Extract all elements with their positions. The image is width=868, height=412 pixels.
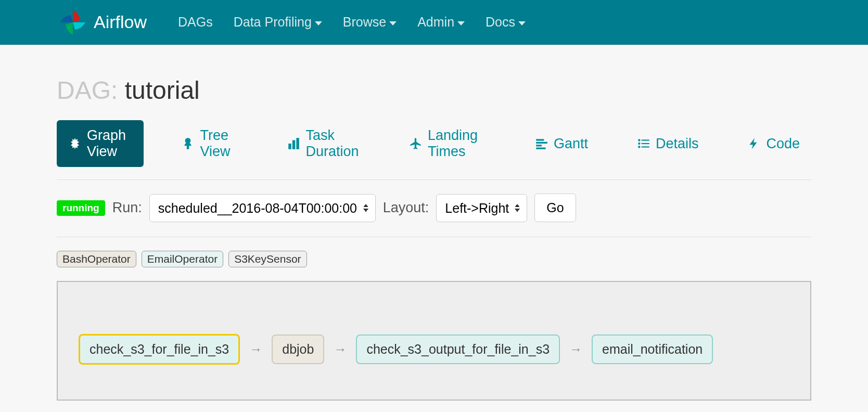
tab-code[interactable]: Code xyxy=(736,128,811,159)
svg-rect-2 xyxy=(297,138,299,149)
svg-rect-8 xyxy=(642,139,649,140)
arrow-icon: → xyxy=(249,342,262,357)
tab-task-duration[interactable]: Task Duration xyxy=(275,120,372,167)
brand-text: Airflow xyxy=(94,12,147,32)
tab-gantt[interactable]: Gantt xyxy=(524,128,599,159)
page-title: DAG: tutorial xyxy=(57,76,811,105)
gantt-icon xyxy=(535,137,548,150)
chevron-down-icon xyxy=(518,21,526,25)
task-node-check-s3-for-file-in-s3[interactable]: check_s3_for_file_in_s3 xyxy=(79,334,240,365)
tab-graph-view[interactable]: Graph View xyxy=(57,120,144,167)
list-icon xyxy=(637,137,650,150)
nav-docs[interactable]: Docs xyxy=(486,15,526,30)
legend-bash-operator[interactable]: BashOperator xyxy=(57,251,136,267)
airflow-logo-icon xyxy=(57,7,88,38)
layout-label: Layout: xyxy=(383,200,429,216)
svg-rect-12 xyxy=(642,146,649,147)
bolt-icon xyxy=(747,137,761,150)
operator-legend: BashOperator EmailOperator S3KeySensor xyxy=(57,251,811,267)
plane-icon xyxy=(409,137,423,150)
task-node-email-notification[interactable]: email_notification xyxy=(592,334,713,364)
run-select[interactable]: scheduled__2016-08-04T00:00:00 xyxy=(149,194,376,222)
tab-bar: Graph View Tree View Task Duration Landi… xyxy=(57,120,811,180)
svg-rect-3 xyxy=(536,139,544,140)
main-container: DAG: tutorial Graph View Tree View Task … xyxy=(57,45,811,401)
tab-details[interactable]: Details xyxy=(626,128,710,159)
legend-s3-key-sensor[interactable]: S3KeySensor xyxy=(228,251,307,267)
go-button[interactable]: Go xyxy=(534,194,576,222)
nav-browse[interactable]: Browse xyxy=(343,15,397,30)
graph-canvas[interactable]: check_s3_for_file_in_s3 → dbjob → check_… xyxy=(57,281,811,401)
svg-point-11 xyxy=(638,146,640,148)
task-node-check-s3-output-for-file-in-s3[interactable]: check_s3_output_for_file_in_s3 xyxy=(356,334,560,364)
svg-rect-4 xyxy=(536,142,547,144)
bar-chart-icon xyxy=(287,137,300,150)
layout-select[interactable]: Left->Right xyxy=(436,194,527,222)
tree-icon xyxy=(181,137,195,150)
chevron-down-icon xyxy=(315,21,322,25)
task-node-dbjob[interactable]: dbjob xyxy=(272,334,324,364)
svg-rect-5 xyxy=(536,145,542,146)
nav-dags[interactable]: DAGs xyxy=(178,15,213,30)
navbar: Airflow DAGs Data Profiling Browse Admin… xyxy=(0,0,868,45)
legend-email-operator[interactable]: EmailOperator xyxy=(142,251,223,267)
chevron-down-icon xyxy=(389,21,397,25)
arrow-icon: → xyxy=(334,342,347,357)
svg-rect-1 xyxy=(292,140,295,149)
starburst-icon xyxy=(68,137,82,150)
svg-rect-6 xyxy=(536,148,545,149)
svg-point-9 xyxy=(638,143,640,145)
filter-bar: running Run: scheduled__2016-08-04T00:00… xyxy=(57,194,811,237)
run-label: Run: xyxy=(112,200,142,216)
svg-rect-10 xyxy=(642,143,649,144)
dag-flow: check_s3_for_file_in_s3 → dbjob → check_… xyxy=(79,334,789,365)
chevron-down-icon xyxy=(457,21,465,25)
navbar-brand[interactable]: Airflow xyxy=(57,7,147,38)
arrow-icon: → xyxy=(569,342,582,357)
svg-rect-0 xyxy=(289,144,291,149)
tab-tree-view[interactable]: Tree View xyxy=(170,120,249,167)
svg-point-7 xyxy=(638,139,640,141)
nav-admin[interactable]: Admin xyxy=(417,15,465,30)
tab-landing-times[interactable]: Landing Times xyxy=(398,120,497,167)
nav-data-profiling[interactable]: Data Profiling xyxy=(234,15,322,30)
status-badge: running xyxy=(57,200,105,216)
